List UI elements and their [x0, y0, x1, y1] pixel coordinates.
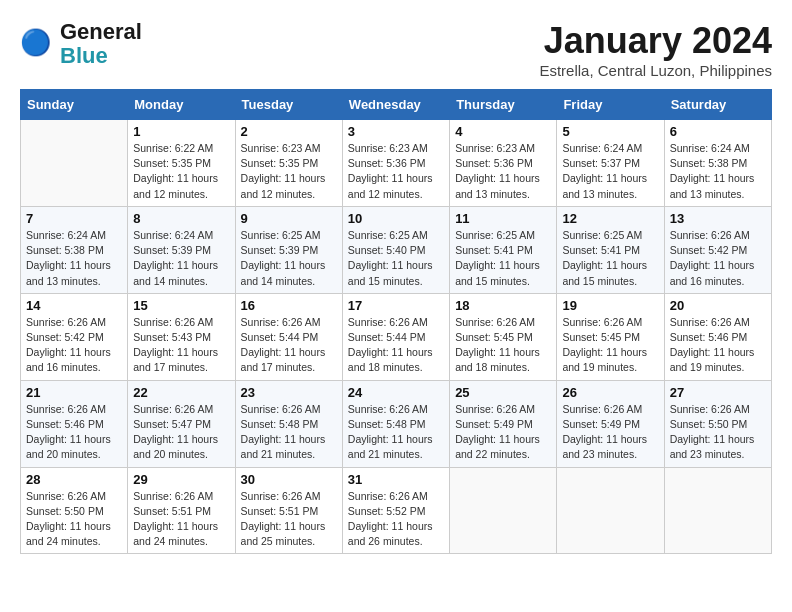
day-number: 4: [455, 124, 551, 139]
calendar-cell: 17Sunrise: 6:26 AMSunset: 5:44 PMDayligh…: [342, 293, 449, 380]
calendar-cell: 13Sunrise: 6:26 AMSunset: 5:42 PMDayligh…: [664, 206, 771, 293]
calendar-week-row: 28Sunrise: 6:26 AMSunset: 5:50 PMDayligh…: [21, 467, 772, 554]
day-number: 16: [241, 298, 337, 313]
day-number: 29: [133, 472, 229, 487]
month-title: January 2024: [539, 20, 772, 62]
calendar-cell: 5Sunrise: 6:24 AMSunset: 5:37 PMDaylight…: [557, 120, 664, 207]
day-number: 6: [670, 124, 766, 139]
day-number: 24: [348, 385, 444, 400]
day-number: 3: [348, 124, 444, 139]
header-saturday: Saturday: [664, 90, 771, 120]
calendar-cell: 8Sunrise: 6:24 AMSunset: 5:39 PMDaylight…: [128, 206, 235, 293]
calendar-cell: 23Sunrise: 6:26 AMSunset: 5:48 PMDayligh…: [235, 380, 342, 467]
day-detail: Sunrise: 6:25 AMSunset: 5:39 PMDaylight:…: [241, 228, 337, 289]
calendar-cell: 20Sunrise: 6:26 AMSunset: 5:46 PMDayligh…: [664, 293, 771, 380]
day-detail: Sunrise: 6:24 AMSunset: 5:37 PMDaylight:…: [562, 141, 658, 202]
day-number: 9: [241, 211, 337, 226]
day-detail: Sunrise: 6:24 AMSunset: 5:38 PMDaylight:…: [26, 228, 122, 289]
day-number: 5: [562, 124, 658, 139]
calendar-cell: 12Sunrise: 6:25 AMSunset: 5:41 PMDayligh…: [557, 206, 664, 293]
day-detail: Sunrise: 6:26 AMSunset: 5:49 PMDaylight:…: [455, 402, 551, 463]
calendar-cell: 14Sunrise: 6:26 AMSunset: 5:42 PMDayligh…: [21, 293, 128, 380]
day-number: 8: [133, 211, 229, 226]
day-detail: Sunrise: 6:26 AMSunset: 5:43 PMDaylight:…: [133, 315, 229, 376]
day-number: 31: [348, 472, 444, 487]
header-thursday: Thursday: [450, 90, 557, 120]
day-number: 2: [241, 124, 337, 139]
day-detail: Sunrise: 6:26 AMSunset: 5:44 PMDaylight:…: [348, 315, 444, 376]
location-subtitle: Estrella, Central Luzon, Philippines: [539, 62, 772, 79]
day-detail: Sunrise: 6:26 AMSunset: 5:52 PMDaylight:…: [348, 489, 444, 550]
day-number: 20: [670, 298, 766, 313]
calendar-cell: 3Sunrise: 6:23 AMSunset: 5:36 PMDaylight…: [342, 120, 449, 207]
day-number: 7: [26, 211, 122, 226]
day-detail: Sunrise: 6:26 AMSunset: 5:48 PMDaylight:…: [348, 402, 444, 463]
calendar-cell: 25Sunrise: 6:26 AMSunset: 5:49 PMDayligh…: [450, 380, 557, 467]
day-detail: Sunrise: 6:23 AMSunset: 5:36 PMDaylight:…: [348, 141, 444, 202]
calendar-week-row: 1Sunrise: 6:22 AMSunset: 5:35 PMDaylight…: [21, 120, 772, 207]
calendar-week-row: 7Sunrise: 6:24 AMSunset: 5:38 PMDaylight…: [21, 206, 772, 293]
day-detail: Sunrise: 6:25 AMSunset: 5:41 PMDaylight:…: [562, 228, 658, 289]
day-number: 26: [562, 385, 658, 400]
day-number: 10: [348, 211, 444, 226]
day-detail: Sunrise: 6:25 AMSunset: 5:41 PMDaylight:…: [455, 228, 551, 289]
calendar-cell: [557, 467, 664, 554]
day-detail: Sunrise: 6:26 AMSunset: 5:45 PMDaylight:…: [562, 315, 658, 376]
svg-text:🔵: 🔵: [20, 27, 52, 58]
calendar-cell: 16Sunrise: 6:26 AMSunset: 5:44 PMDayligh…: [235, 293, 342, 380]
calendar-cell: 28Sunrise: 6:26 AMSunset: 5:50 PMDayligh…: [21, 467, 128, 554]
day-number: 13: [670, 211, 766, 226]
calendar-header-row: SundayMondayTuesdayWednesdayThursdayFrid…: [21, 90, 772, 120]
calendar-cell: 7Sunrise: 6:24 AMSunset: 5:38 PMDaylight…: [21, 206, 128, 293]
calendar-cell: 30Sunrise: 6:26 AMSunset: 5:51 PMDayligh…: [235, 467, 342, 554]
day-number: 25: [455, 385, 551, 400]
calendar-cell: 31Sunrise: 6:26 AMSunset: 5:52 PMDayligh…: [342, 467, 449, 554]
calendar-cell: 15Sunrise: 6:26 AMSunset: 5:43 PMDayligh…: [128, 293, 235, 380]
calendar-cell: 26Sunrise: 6:26 AMSunset: 5:49 PMDayligh…: [557, 380, 664, 467]
calendar-cell: 21Sunrise: 6:26 AMSunset: 5:46 PMDayligh…: [21, 380, 128, 467]
day-detail: Sunrise: 6:25 AMSunset: 5:40 PMDaylight:…: [348, 228, 444, 289]
calendar-cell: [450, 467, 557, 554]
calendar-cell: 11Sunrise: 6:25 AMSunset: 5:41 PMDayligh…: [450, 206, 557, 293]
calendar-cell: [21, 120, 128, 207]
calendar-cell: 2Sunrise: 6:23 AMSunset: 5:35 PMDaylight…: [235, 120, 342, 207]
calendar-cell: 6Sunrise: 6:24 AMSunset: 5:38 PMDaylight…: [664, 120, 771, 207]
day-detail: Sunrise: 6:26 AMSunset: 5:48 PMDaylight:…: [241, 402, 337, 463]
day-detail: Sunrise: 6:22 AMSunset: 5:35 PMDaylight:…: [133, 141, 229, 202]
calendar-cell: 18Sunrise: 6:26 AMSunset: 5:45 PMDayligh…: [450, 293, 557, 380]
day-number: 11: [455, 211, 551, 226]
calendar-cell: 4Sunrise: 6:23 AMSunset: 5:36 PMDaylight…: [450, 120, 557, 207]
day-number: 17: [348, 298, 444, 313]
day-detail: Sunrise: 6:26 AMSunset: 5:44 PMDaylight:…: [241, 315, 337, 376]
day-number: 12: [562, 211, 658, 226]
day-number: 30: [241, 472, 337, 487]
header-sunday: Sunday: [21, 90, 128, 120]
day-detail: Sunrise: 6:26 AMSunset: 5:51 PMDaylight:…: [133, 489, 229, 550]
day-detail: Sunrise: 6:24 AMSunset: 5:38 PMDaylight:…: [670, 141, 766, 202]
day-detail: Sunrise: 6:23 AMSunset: 5:35 PMDaylight:…: [241, 141, 337, 202]
calendar-cell: 10Sunrise: 6:25 AMSunset: 5:40 PMDayligh…: [342, 206, 449, 293]
header-wednesday: Wednesday: [342, 90, 449, 120]
day-number: 14: [26, 298, 122, 313]
day-detail: Sunrise: 6:26 AMSunset: 5:46 PMDaylight:…: [670, 315, 766, 376]
calendar-week-row: 14Sunrise: 6:26 AMSunset: 5:42 PMDayligh…: [21, 293, 772, 380]
day-number: 27: [670, 385, 766, 400]
header-tuesday: Tuesday: [235, 90, 342, 120]
header-friday: Friday: [557, 90, 664, 120]
day-detail: Sunrise: 6:26 AMSunset: 5:42 PMDaylight:…: [26, 315, 122, 376]
day-number: 19: [562, 298, 658, 313]
calendar-week-row: 21Sunrise: 6:26 AMSunset: 5:46 PMDayligh…: [21, 380, 772, 467]
day-detail: Sunrise: 6:26 AMSunset: 5:46 PMDaylight:…: [26, 402, 122, 463]
day-number: 15: [133, 298, 229, 313]
day-number: 28: [26, 472, 122, 487]
calendar-table: SundayMondayTuesdayWednesdayThursdayFrid…: [20, 89, 772, 554]
logo-bird-icon: 🔵: [20, 26, 56, 62]
logo: 🔵 GeneralBlue: [20, 20, 142, 68]
day-detail: Sunrise: 6:26 AMSunset: 5:49 PMDaylight:…: [562, 402, 658, 463]
title-area: January 2024 Estrella, Central Luzon, Ph…: [539, 20, 772, 79]
calendar-cell: 24Sunrise: 6:26 AMSunset: 5:48 PMDayligh…: [342, 380, 449, 467]
calendar-cell: 1Sunrise: 6:22 AMSunset: 5:35 PMDaylight…: [128, 120, 235, 207]
day-detail: Sunrise: 6:26 AMSunset: 5:50 PMDaylight:…: [670, 402, 766, 463]
logo-text: GeneralBlue: [60, 20, 142, 68]
calendar-cell: 19Sunrise: 6:26 AMSunset: 5:45 PMDayligh…: [557, 293, 664, 380]
